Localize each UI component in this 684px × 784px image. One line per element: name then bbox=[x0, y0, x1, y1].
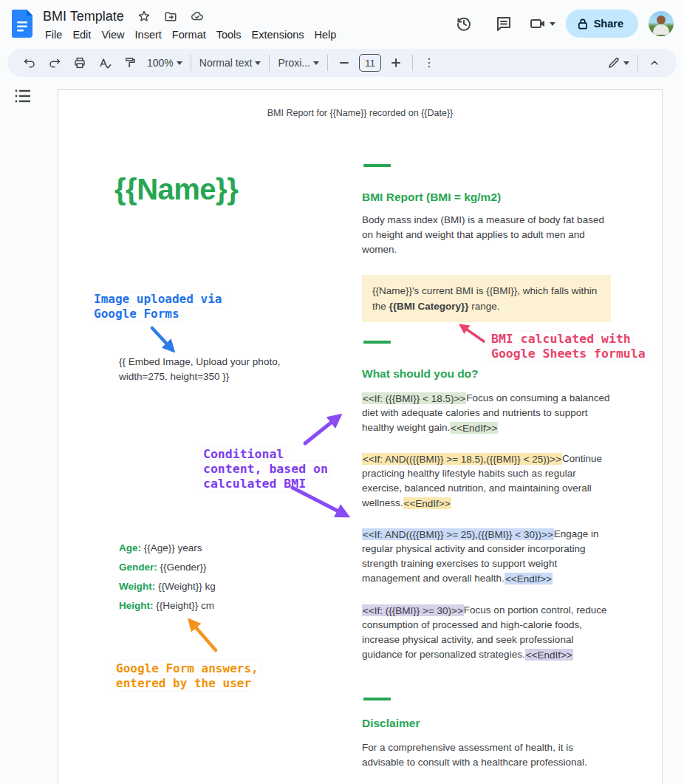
toolbar-divider bbox=[412, 55, 413, 71]
increase-font-size-button[interactable] bbox=[386, 52, 406, 73]
font-select[interactable]: Proxi... bbox=[276, 52, 321, 73]
print-button[interactable] bbox=[69, 52, 90, 73]
meet-call-button[interactable] bbox=[529, 15, 555, 33]
endif-tag: <<EndIf>> bbox=[403, 497, 451, 509]
page-header-text: BMI Report for {{Name}} recorded on {{Da… bbox=[58, 108, 662, 118]
cloud-saved-icon[interactable] bbox=[191, 10, 204, 23]
conditional-tip-underweight: <<If: ({{BMI}} < 18.5)>>Focus on consumi… bbox=[362, 391, 613, 435]
editing-mode-button[interactable] bbox=[605, 52, 632, 73]
stat-age: Age: {{Age}} years bbox=[119, 542, 202, 553]
account-avatar[interactable] bbox=[649, 11, 674, 36]
stat-gender: Gender: {{Gender}} bbox=[119, 562, 207, 573]
toolbar-divider bbox=[637, 55, 638, 71]
menu-edit[interactable]: Edit bbox=[67, 27, 96, 43]
comments-icon[interactable] bbox=[489, 9, 519, 38]
arrow-form-answers bbox=[191, 621, 216, 650]
disclaimer-paragraph: For a comprehensive assessment of health… bbox=[362, 740, 613, 770]
if-tag: <<If: AND(({{BMI}} >= 18.5),({{BMI}} < 2… bbox=[362, 453, 562, 465]
font-value: Proxi... bbox=[278, 57, 310, 69]
paragraph-styles-select[interactable]: Normal text bbox=[197, 52, 264, 73]
stat-weight: Weight: {{Weight}} kg bbox=[119, 581, 216, 592]
undo-button[interactable] bbox=[19, 52, 40, 73]
decrease-font-size-button[interactable] bbox=[334, 52, 355, 73]
endif-tag: <<EndIf>> bbox=[505, 573, 553, 584]
menu-help[interactable]: Help bbox=[309, 27, 342, 43]
editing-mode-caret bbox=[623, 61, 629, 65]
font-caret bbox=[313, 61, 319, 65]
name-placeholder-heading: {{Name}} bbox=[114, 173, 238, 206]
redo-button[interactable] bbox=[44, 52, 65, 73]
version-history-icon[interactable] bbox=[449, 9, 479, 38]
arrow-conditional-down bbox=[293, 488, 346, 515]
menu-format[interactable]: Format bbox=[167, 27, 211, 43]
tips-heading: What should you do? bbox=[362, 367, 479, 381]
paint-format-button[interactable] bbox=[120, 52, 140, 73]
stat-height: Height: {{Height}} cm bbox=[119, 600, 214, 611]
document-title[interactable]: BMI Template bbox=[43, 9, 124, 24]
toolbar-divider bbox=[327, 55, 328, 71]
move-folder-icon[interactable] bbox=[164, 10, 177, 23]
bmi-result-callout: {{Name}}'s current BMI is {{BMI}}, which… bbox=[362, 275, 611, 322]
conditional-tip-normal: <<If: AND(({{BMI}} >= 18.5),({{BMI}} < 2… bbox=[362, 451, 613, 511]
section-divider bbox=[363, 698, 391, 701]
more-toolbar-options-button[interactable]: ⋮ bbox=[419, 52, 440, 73]
star-icon[interactable] bbox=[137, 10, 151, 23]
bmi-intro-paragraph: Body mass index (BMI) is a measure of bo… bbox=[362, 213, 613, 257]
arrow-image-upload bbox=[152, 328, 172, 350]
zoom-value: 100% bbox=[147, 57, 174, 69]
conditional-tip-obese: <<If: ({{BMI}} >= 30)>>Focus on portion … bbox=[362, 603, 613, 662]
if-tag: <<If: AND(({{BMI}} >= 25),({{BMI}} < 30)… bbox=[362, 528, 554, 540]
menu-view[interactable]: View bbox=[96, 27, 129, 43]
section-divider bbox=[363, 341, 391, 344]
lock-icon bbox=[578, 18, 588, 30]
annotation-form-answers: Google Form answers, entered by the user bbox=[114, 661, 260, 690]
spelling-check-button[interactable] bbox=[95, 52, 115, 73]
toolbar-divider bbox=[269, 55, 270, 71]
font-size-input[interactable]: 11 bbox=[359, 54, 381, 72]
document-outline-icon[interactable] bbox=[15, 89, 31, 103]
toolbar-divider bbox=[191, 55, 191, 71]
menu-file[interactable]: File bbox=[40, 27, 67, 43]
if-tag: <<If: ({{BMI}} >= 30)>> bbox=[362, 604, 464, 616]
google-docs-logo[interactable] bbox=[12, 10, 33, 38]
bmi-category-placeholder: {{BMI Category}} bbox=[389, 301, 469, 312]
styles-caret bbox=[255, 61, 261, 65]
zoom-select[interactable]: 100% bbox=[145, 52, 185, 73]
arrow-sheets-formula bbox=[462, 326, 484, 341]
conditional-tip-overweight: <<If: AND(({{BMI}} >= 25),({{BMI}} < 30)… bbox=[362, 527, 613, 586]
annotation-image-upload: Image uploaded via Google Forms bbox=[92, 292, 223, 321]
share-button-label: Share bbox=[594, 18, 623, 30]
section-divider bbox=[363, 164, 391, 167]
if-tag: <<If: ({{BMI}} < 18.5)>> bbox=[362, 392, 466, 404]
titlebar: BMI Template File Edit View Insert Forma… bbox=[0, 0, 684, 49]
menu-tools[interactable]: Tools bbox=[211, 27, 247, 43]
menu-insert[interactable]: Insert bbox=[130, 27, 167, 43]
hide-menus-button[interactable] bbox=[644, 52, 665, 73]
document-page[interactable]: BMI Report for {{Name}} recorded on {{Da… bbox=[58, 89, 663, 784]
embed-image-placeholder: {{ Embed Image, Upload your photo, width… bbox=[119, 355, 280, 384]
meet-dropdown-caret[interactable] bbox=[550, 22, 555, 26]
endif-tag: <<EndIf>> bbox=[525, 649, 573, 661]
share-button[interactable]: Share bbox=[566, 10, 638, 38]
menu-extensions[interactable]: Extensions bbox=[247, 27, 309, 43]
formatting-toolbar: 100% Normal text Proxi... 11 ⋮ bbox=[7, 49, 677, 77]
bmi-report-heading: BMI Report (BMI = kg/m2) bbox=[362, 191, 501, 204]
zoom-caret bbox=[177, 61, 182, 65]
arrow-conditional-up bbox=[305, 417, 338, 443]
menubar: File Edit View Insert Format Tools Exten… bbox=[40, 27, 341, 43]
annotation-conditional-content: Conditional content, based on calculated… bbox=[202, 447, 329, 491]
disclaimer-heading: Disclaimer bbox=[362, 717, 420, 730]
endif-tag: <<EndIf>> bbox=[450, 422, 498, 434]
annotation-sheets-formula: BMI calculated with Google Sheets formul… bbox=[490, 332, 647, 361]
paragraph-style-value: Normal text bbox=[199, 57, 253, 69]
